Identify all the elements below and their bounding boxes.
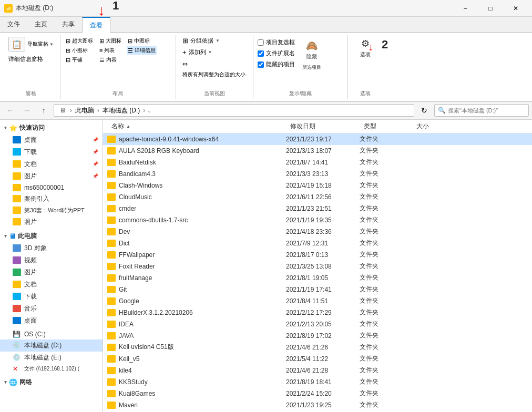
sidebar-item-music[interactable]: 音乐	[0, 303, 103, 315]
search-input[interactable]	[448, 107, 525, 114]
file-row[interactable]: Bandicam4.3 2021/3/3 23:13 文件夹	[103, 168, 532, 180]
file-row[interactable]: Keil_v5 2021/5/4 11:22 文件夹	[103, 353, 532, 365]
file-row[interactable]: Maven 2021/1/23 19:25 文件夹	[103, 399, 532, 411]
fit-columns-button[interactable]: ⇔ 将所有列调整为合适的大小	[180, 59, 249, 79]
options-button[interactable]: ⚙ 选项	[352, 36, 378, 60]
layout-medium[interactable]: ⊞ 中图标	[127, 37, 157, 45]
up-button[interactable]: ↑	[37, 104, 50, 117]
file-name-text: cmder	[119, 205, 136, 212]
file-row[interactable]: FFWallpaper 2021/8/17 0:13 文件夹	[103, 249, 532, 261]
sidebar-item-d[interactable]: 💿 本地磁盘 (D:)	[0, 339, 103, 352]
docs-pc-label: 文档	[24, 280, 37, 289]
maximize-button[interactable]: □	[478, 0, 503, 17]
sidebar-item-downloads-quick[interactable]: 下载 📌	[0, 146, 103, 158]
tab-view[interactable]: 查看	[82, 17, 110, 33]
file-row[interactable]: KKBStudy 2021/8/19 18:41 文件夹	[103, 376, 532, 388]
sidebar-item-e[interactable]: 💿 本地磁盘 (E:)	[0, 352, 103, 364]
file-row[interactable]: AULA S2018 RGB Keyboard 2021/3/13 18:07 …	[103, 145, 532, 157]
file-row[interactable]: apache-tomcat-9.0.41-windows-x64 2021/1/…	[103, 133, 532, 145]
hidden-checkbox-row[interactable]: 隐藏的项目	[258, 60, 295, 69]
sidebar-item-network-drive[interactable]: ✕ 文件 (\\192.168.1.102) (	[0, 364, 103, 374]
add-column-arrow: ▼	[208, 50, 212, 55]
file-row[interactable]: IDEA 2021/2/13 20:05 文件夹	[103, 318, 532, 330]
sidebar-item-3d[interactable]: 3D 对象	[0, 242, 103, 254]
file-row[interactable]: Foxit Reader 2021/3/25 13:08 文件夹	[103, 261, 532, 272]
hide-selected-button[interactable]: 🙈 隐藏	[301, 38, 322, 62]
close-button[interactable]: ✕	[504, 0, 528, 17]
path-this-pc[interactable]: 此电脑	[74, 106, 95, 115]
sidebar-item-ms650[interactable]: ms650000001	[0, 182, 103, 193]
file-row[interactable]: cmder 2021/1/23 21:51 文件夹	[103, 203, 532, 214]
col-header-name[interactable]: 名称 ▲	[107, 122, 286, 131]
layout-small[interactable]: ⊞ 小图标	[65, 46, 94, 55]
path-drive[interactable]: 本地磁盘 (D:)	[101, 106, 141, 115]
file-row[interactable]: Keil uvision4 C51版 2021/4/6 21:26 文件夹	[103, 342, 532, 353]
tab-home[interactable]: 主页	[27, 17, 55, 32]
sidebar-item-c[interactable]: 💾 OS (C:)	[0, 329, 103, 339]
layout-large[interactable]: ⊞ 大图标	[98, 37, 122, 45]
group-by-button[interactable]: ⊞ 分组依据 ▼	[180, 36, 249, 46]
this-pc-header[interactable]: ▾ 🖥 此电脑	[0, 230, 103, 242]
path-chevron[interactable]: ⌄	[147, 108, 151, 114]
file-row[interactable]: HBuilderX.3.1.2.20210206 2021/2/12 17:29…	[103, 307, 532, 318]
file-row[interactable]: fruitManage 2021/8/1 19:05 文件夹	[103, 272, 532, 284]
col-header-type[interactable]: 类型	[360, 122, 412, 131]
file-row[interactable]: Git 2021/1/19 17:41 文件夹	[103, 284, 532, 295]
refresh-button[interactable]: ↻	[417, 104, 431, 117]
col-header-date[interactable]: 修改日期	[286, 122, 360, 131]
sidebar-item-video[interactable]: 视频	[0, 254, 103, 266]
file-date: 2021/4/19 15:18	[286, 182, 360, 189]
file-row[interactable]: kile4 2021/4/6 21:28 文件夹	[103, 365, 532, 376]
sidebar-item-docs-quick[interactable]: 文档 📌	[0, 158, 103, 170]
nav-pane-button[interactable]: 📋 导航窗格 ▼	[6, 36, 56, 53]
fit-columns-label: 将所有列调整为合适的大小	[182, 71, 245, 78]
layout-details[interactable]: ☰ 详细信息	[127, 46, 157, 55]
file-row[interactable]: Dev 2021/4/18 23:36 文件夹	[103, 226, 532, 238]
file-type: 文件夹	[360, 308, 412, 317]
sidebar-item-photos[interactable]: 照片	[0, 216, 103, 228]
file-row[interactable]: commons-dbutils-1.7-src 2021/1/19 19:35 …	[103, 214, 532, 226]
layout-list[interactable]: ≡ 列表	[98, 46, 122, 55]
forward-button[interactable]: →	[20, 104, 34, 117]
file-row[interactable]: BaiduNetdisk 2021/8/7 14:41 文件夹	[103, 157, 532, 168]
layout-extra-large[interactable]: ⊞ 超大图标	[65, 37, 94, 45]
sidebar-item-desktop-pc[interactable]: 桌面	[0, 315, 103, 327]
network-header[interactable]: ▾ 🌐 网络	[0, 376, 103, 388]
file-row[interactable]: JAVA 2021/8/19 17:02 文件夹	[103, 330, 532, 342]
minimize-button[interactable]: −	[453, 0, 477, 17]
extension-checkbox-row[interactable]: 文件扩展名	[258, 49, 295, 58]
search-box[interactable]: 🔍	[434, 104, 529, 117]
file-row[interactable]: Kuai8Games 2021/2/24 15:20 文件夹	[103, 388, 532, 399]
options-label: 选项	[360, 51, 371, 58]
col-header-size[interactable]: 大小	[412, 122, 528, 131]
quick-access-header[interactable]: ▾ ⭐ 快速访问	[0, 122, 103, 134]
add-column-button[interactable]: + 添加列 ▼	[180, 47, 249, 57]
detail-pane-button[interactable]: 详细信息窗格	[6, 54, 56, 64]
sidebar-item-docs-pc[interactable]: 文档	[0, 279, 103, 291]
layout-content[interactable]: ☰ 内容	[98, 56, 122, 64]
file-row[interactable]: Dict 2021/7/9 12:31 文件夹	[103, 238, 532, 249]
address-path[interactable]: 🖥 › 此电脑 › 本地磁盘 (D:) › ⌄	[54, 104, 414, 117]
file-row[interactable]: Clash-Windows 2021/4/19 15:18 文件夹	[103, 180, 532, 191]
layout-tile[interactable]: ⊟ 平铺	[65, 56, 94, 64]
extension-checkbox[interactable]	[258, 50, 264, 57]
file-type: 文件夹	[360, 320, 412, 328]
tab-share[interactable]: 共享	[55, 17, 82, 32]
item-checkbox-row[interactable]: 项目复选框	[258, 38, 295, 47]
file-row[interactable]: Google 2021/8/4 11:51 文件夹	[103, 295, 532, 307]
hidden-checkbox[interactable]	[258, 61, 264, 68]
file-type: 文件夹	[360, 354, 412, 363]
back-button[interactable]: ←	[3, 104, 17, 117]
col-size-label: 大小	[416, 122, 429, 131]
sidebar-item-downloads-pc[interactable]: 下载	[0, 291, 103, 303]
sidebar-item-pics-pc[interactable]: 图片	[0, 266, 103, 279]
sidebar-item-word[interactable]: 第30套：Word转为PPT	[0, 205, 103, 216]
sidebar-item-desktop-quick[interactable]: 桌面 📌	[0, 134, 103, 146]
tab-file[interactable]: 文件	[0, 17, 27, 32]
sidebar-item-case[interactable]: 案例引入	[0, 193, 103, 205]
item-checkbox[interactable]	[258, 39, 264, 46]
sidebar-item-pics-quick[interactable]: 图片 📌	[0, 170, 103, 182]
folder-icon	[107, 205, 116, 212]
ms650-label: ms650000001	[24, 184, 64, 191]
file-row[interactable]: CloudMusic 2021/6/11 22:56 文件夹	[103, 191, 532, 203]
